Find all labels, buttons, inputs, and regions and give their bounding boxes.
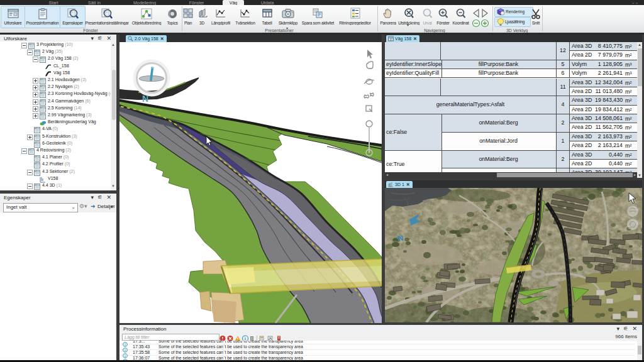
svg-text:N: N — [142, 94, 148, 104]
